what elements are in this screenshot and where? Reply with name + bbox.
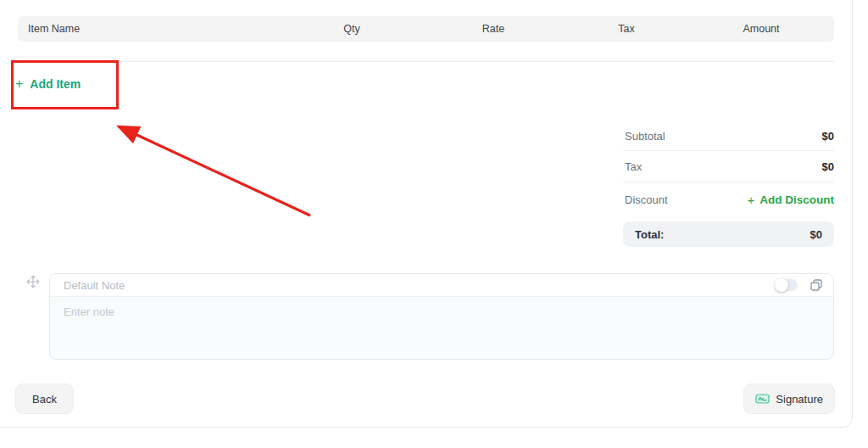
subtotal-value: $0	[822, 130, 834, 143]
items-divider	[18, 61, 834, 62]
tax-value: $0	[822, 160, 834, 173]
total-row: Total: $0	[623, 221, 834, 247]
column-header-tax: Tax	[618, 16, 634, 42]
back-button-label: Back	[32, 393, 57, 406]
note-title-input[interactable]	[64, 279, 775, 292]
note-card	[49, 273, 834, 360]
copy-icon[interactable]	[810, 278, 823, 292]
total-label: Total:	[635, 228, 664, 241]
plus-icon: +	[747, 193, 754, 207]
back-button[interactable]: Back	[15, 384, 74, 414]
column-header-rate: Rate	[482, 16, 504, 42]
column-header-amount: Amount	[743, 16, 779, 42]
add-item-button[interactable]: + Add Item	[15, 77, 81, 91]
drag-move-icon[interactable]	[26, 275, 40, 288]
discount-label: Discount	[623, 193, 668, 206]
total-value: $0	[810, 228, 822, 241]
toggle-knob	[775, 278, 788, 292]
subtotal-row: Subtotal $0	[623, 121, 834, 151]
column-header-item-name: Item Name	[28, 16, 80, 42]
tax-row: Tax $0	[623, 151, 834, 182]
totals-summary: Subtotal $0 Tax $0 Discount + Add Discou…	[623, 121, 834, 247]
items-table-header: Item Name Qty Rate Tax Amount	[18, 16, 834, 42]
subtotal-label: Subtotal	[623, 130, 665, 143]
add-discount-label: Add Discount	[760, 193, 834, 206]
note-header	[50, 274, 833, 297]
default-note-toggle[interactable]	[775, 279, 798, 291]
plus-icon: +	[15, 77, 23, 91]
note-textarea[interactable]	[64, 305, 820, 355]
column-header-qty: Qty	[343, 16, 359, 42]
signature-button-label: Signature	[776, 393, 823, 406]
note-body	[50, 297, 833, 360]
add-discount-button[interactable]: + Add Discount	[747, 193, 834, 207]
tax-label: Tax	[623, 160, 642, 173]
signature-stamp-icon	[755, 393, 770, 405]
signature-button[interactable]: Signature	[743, 384, 835, 414]
add-item-label: Add Item	[30, 77, 81, 91]
invoice-items-page: Item Name Qty Rate Tax Amount + Add Item…	[0, 0, 868, 448]
discount-row: Discount + Add Discount	[623, 182, 834, 217]
